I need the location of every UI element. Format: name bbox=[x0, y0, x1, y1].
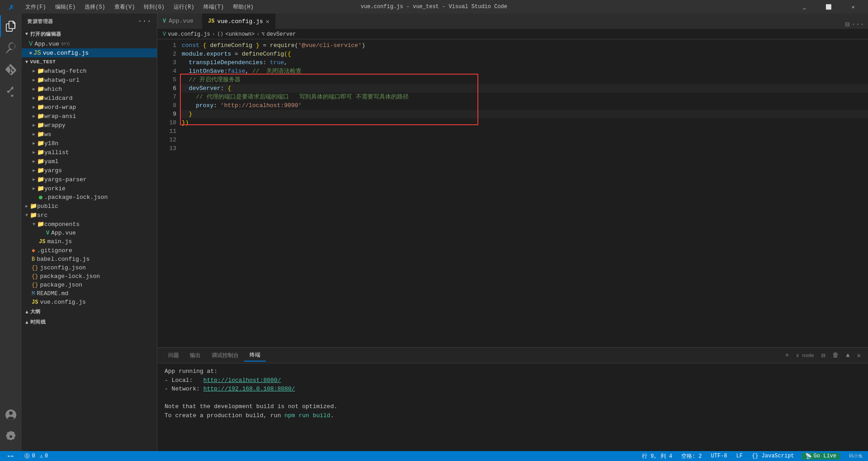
activity-search[interactable] bbox=[0, 37, 22, 59]
terminal-close-button[interactable]: ✕ bbox=[855, 351, 863, 360]
folder-chevron: ▶ bbox=[33, 168, 35, 173]
menu-help[interactable]: 帮助(H) bbox=[229, 2, 257, 12]
file-package-lock-json-nm[interactable]: .package-lock.json bbox=[22, 193, 157, 202]
file-gitignore[interactable]: ◆ .gitignore bbox=[22, 246, 157, 255]
menu-view[interactable]: 查看(V) bbox=[111, 2, 139, 12]
tab-output[interactable]: 输出 bbox=[184, 350, 206, 361]
activity-git[interactable] bbox=[0, 59, 22, 80]
status-errors[interactable]: ⓪ 0 ⚠ 0 bbox=[23, 452, 50, 460]
activity-account[interactable] bbox=[0, 404, 22, 426]
folder-yaml[interactable]: ▶ 📁 yaml bbox=[22, 157, 157, 166]
status-language[interactable]: {} JavaScript bbox=[750, 453, 796, 459]
folder-icon: 📁 bbox=[37, 76, 44, 84]
split-editor-button[interactable]: ⊟ bbox=[845, 20, 850, 29]
folder-yorkie[interactable]: ▶ 📁 yorkie bbox=[22, 184, 157, 193]
status-remote[interactable]: ⌁⌁ bbox=[4, 453, 17, 460]
activity-extensions[interactable] bbox=[0, 80, 22, 102]
file-label: README.md bbox=[37, 290, 68, 297]
status-spaces[interactable]: 空格: 2 bbox=[679, 452, 704, 460]
folder-word-wrap[interactable]: ▶ 📁 word-wrap bbox=[22, 103, 157, 112]
folder-wrappy[interactable]: ▶ 📁 wrappy bbox=[22, 121, 157, 130]
tab-vue-config[interactable]: JS vue.config.js ✕ bbox=[203, 14, 275, 29]
tab-app-vue[interactable]: V App.vue bbox=[157, 14, 203, 29]
folder-which[interactable]: ▶ 📁 which bbox=[22, 85, 157, 94]
menu-select[interactable]: 选择(S) bbox=[81, 2, 109, 12]
project-section[interactable]: ▼ VUE_TEST bbox=[22, 57, 157, 66]
folder-icon: 📁 bbox=[37, 158, 44, 165]
menu-goto[interactable]: 转到(G) bbox=[140, 2, 168, 12]
code-editor[interactable]: 1 2 3 4 5 6 7 8 9 10 11 12 13 bbox=[157, 39, 868, 347]
status-eol[interactable]: LF bbox=[735, 453, 745, 459]
folder-components[interactable]: ▼ 📁 components bbox=[22, 220, 157, 229]
sidebar-actions: ··· bbox=[138, 17, 151, 25]
file-babel-config[interactable]: B babel.config.js bbox=[22, 255, 157, 263]
folder-public[interactable]: ▶ 📁 public bbox=[22, 202, 157, 211]
outline-section[interactable]: ▶ 大纲 bbox=[22, 306, 157, 317]
open-editors-section[interactable]: ▼ 打开的编辑器 bbox=[22, 29, 157, 39]
folder-whatwg-fetch[interactable]: ▶ 📁 whatwg-fetch bbox=[22, 66, 157, 75]
project-label: VUE_TEST bbox=[30, 59, 56, 65]
breadcrumb-devserver[interactable]: devServer bbox=[267, 31, 296, 38]
folder-chevron: ▶ bbox=[33, 150, 35, 155]
folder-ws[interactable]: ▶ 📁 ws bbox=[22, 130, 157, 139]
file-jsconfig[interactable]: {} jsconfig.json bbox=[22, 263, 157, 272]
tab-terminal[interactable]: 终端 bbox=[244, 349, 266, 362]
folder-y18n[interactable]: ▶ 📁 y18n bbox=[22, 139, 157, 148]
menu-terminal[interactable]: 终端(T) bbox=[200, 2, 228, 12]
breadcrumb-unknown[interactable]: <unknown> bbox=[225, 31, 255, 38]
file-app-vue-src[interactable]: V App.vue bbox=[22, 229, 157, 237]
open-file-vue-config[interactable]: ● JS vue.config.js bbox=[22, 48, 157, 57]
breadcrumb-sep2: › bbox=[256, 31, 259, 38]
folder-yargs[interactable]: ▶ 📁 yargs bbox=[22, 166, 157, 175]
timeline-section[interactable]: ▶ 时间线 bbox=[22, 317, 157, 327]
timeline-chevron: ▶ bbox=[24, 320, 29, 324]
code-line-2: module.exports = defineConfig({ bbox=[180, 50, 868, 58]
folder-label: components bbox=[44, 221, 80, 228]
open-editors-label: 打开的编辑器 bbox=[30, 31, 61, 38]
tab-debug-console[interactable]: 调试控制台 bbox=[206, 350, 244, 361]
window-close[interactable]: ✕ bbox=[843, 0, 863, 14]
folder-whatwg-url[interactable]: ▶ 📁 whatwg-url bbox=[22, 75, 157, 85]
file-vue-config-root[interactable]: JS vue.config.js bbox=[22, 298, 157, 306]
file-main-js[interactable]: JS main.js bbox=[22, 237, 157, 246]
local-link[interactable]: http://localhost:8080/ bbox=[203, 377, 281, 384]
code-content[interactable]: const { defineConfig } = require('@vue/c… bbox=[180, 39, 868, 347]
terminal-add-button[interactable]: + bbox=[783, 351, 791, 360]
folder-icon: 📁 bbox=[37, 67, 44, 75]
window-maximize[interactable]: ⬜ bbox=[818, 0, 839, 14]
folder-chevron: ▶ bbox=[33, 177, 35, 182]
folder-yallist[interactable]: ▶ 📁 yallist bbox=[22, 148, 157, 157]
folder-icon: 📁 bbox=[37, 185, 44, 192]
network-link[interactable]: http://192.168.0.108:8080/ bbox=[203, 386, 295, 392]
terminal-split-button[interactable]: ⊟ bbox=[820, 351, 827, 360]
code-line-6: devServer: { bbox=[180, 84, 868, 93]
more-actions-button[interactable]: ··· bbox=[851, 20, 864, 28]
status-left: ⌁⌁ ⓪ 0 ⚠ 0 bbox=[4, 452, 50, 460]
code-line-8: proxy: 'http://localhost:9090' bbox=[180, 101, 868, 110]
status-line-col[interactable]: 行 9, 列 4 bbox=[640, 452, 674, 460]
folder-src[interactable]: ▼ 📁 src bbox=[22, 211, 157, 220]
file-readme[interactable]: M README.md bbox=[22, 289, 157, 298]
menu-file[interactable]: 文件(F) bbox=[22, 2, 50, 12]
breadcrumb-file[interactable]: vue.config.js bbox=[168, 31, 210, 38]
status-encoding[interactable]: UTF-8 bbox=[709, 453, 729, 459]
tab-problems[interactable]: 问题 bbox=[163, 350, 184, 361]
file-package-json[interactable]: {} package.json bbox=[22, 281, 157, 289]
folder-wildcard[interactable]: ▶ 📁 wildcard bbox=[22, 94, 157, 103]
window-minimize[interactable]: ⎯ bbox=[794, 0, 815, 14]
menu-edit[interactable]: 编辑(E) bbox=[52, 2, 80, 12]
sidebar-more-button[interactable]: ··· bbox=[138, 17, 151, 25]
tab-close-button[interactable]: ✕ bbox=[266, 18, 269, 25]
open-file-app-vue[interactable]: V App.vue src bbox=[22, 39, 157, 48]
file-package-lock[interactable]: {} package-lock.json bbox=[22, 272, 157, 281]
terminal-trash-button[interactable]: 🗑 bbox=[830, 351, 840, 360]
status-go-live[interactable]: 📡 Go Live bbox=[802, 453, 840, 460]
menu-run[interactable]: 运行(R) bbox=[170, 2, 198, 12]
breadcrumb-icon2: ⟨⟩ bbox=[217, 31, 223, 38]
terminal-expand-button[interactable]: ▲ bbox=[844, 351, 851, 360]
activity-explorer[interactable] bbox=[0, 15, 22, 37]
folder-wrap-ansi[interactable]: ▶ 📁 wrap-ansi bbox=[22, 112, 157, 121]
tab-js-icon: JS bbox=[208, 18, 214, 24]
activity-settings[interactable] bbox=[0, 426, 22, 447]
folder-yargs-parser[interactable]: ▶ 📁 yargs-parser bbox=[22, 175, 157, 184]
